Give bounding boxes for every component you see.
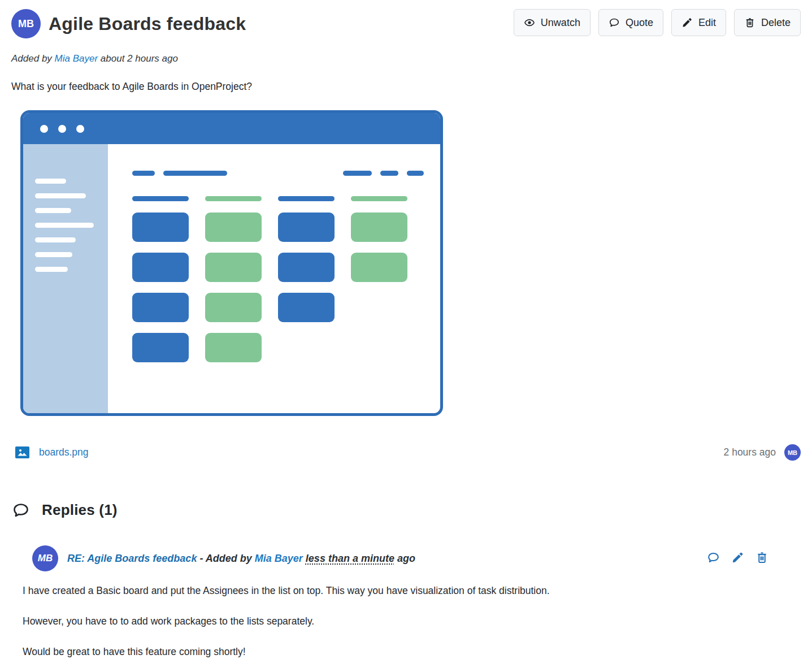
pencil-icon [681,17,693,28]
preview-card [278,213,335,242]
preview-main [108,144,440,413]
reply-title-link[interactable]: RE: Agile Boards feedback [67,553,197,564]
quote-button-label: Quote [626,17,653,29]
preview-card [132,253,189,282]
preview-board-column [278,196,335,373]
preview-card [351,253,407,282]
preview-titlebar-dot [76,125,84,133]
reply-meta-separator: - [199,553,203,564]
message-header: MB Agile Boards feedback Unwatch Quote [11,9,801,38]
image-attachment-icon [15,446,29,458]
page-title: Agile Boards feedback [49,14,246,34]
preview-sidebar-line [35,252,72,257]
preview-card [278,293,335,322]
message-toolbar: Unwatch Quote Edit Delete [514,9,801,36]
preview-sidebar-line [35,208,71,213]
reply-time-suffix: ago [397,553,415,564]
preview-board-column [351,196,407,373]
trash-icon [744,17,755,28]
reply-actions [707,551,768,566]
preview-card [132,293,189,322]
author-link[interactable]: Mia Bayer [55,53,98,64]
replies-section-heading: Replies (1) [12,501,801,519]
post-body-text: What is your feedback to Agile Boards in… [11,81,801,93]
reply-time: less than a minute [306,553,394,564]
preview-toolbar-dash [163,171,227,176]
preview-sidebar-line [35,193,86,198]
post-meta: Added by Mia Bayer about 2 hours ago [11,53,801,64]
preview-sidebar-line [35,267,68,272]
reply-author-link[interactable]: Mia Bayer [255,553,303,564]
delete-button-label: Delete [761,17,791,29]
preview-column-header [351,196,407,201]
reply-delete-button[interactable] [755,551,768,566]
preview-toolbar-dash [343,171,372,176]
preview-column-header [205,196,262,201]
unwatch-button[interactable]: Unwatch [514,9,590,36]
reply-added-by: Added by [206,553,252,564]
attachment-avatar: MB [784,444,801,461]
reply-header: MB RE: Agile Boards feedback - Added by … [32,545,801,571]
preview-card [132,333,189,362]
preview-toolbar-dash [132,171,155,176]
eye-icon [524,17,535,28]
avatar: MB [11,9,41,38]
reply-quote-button[interactable] [707,551,720,566]
speech-bubble-icon [609,17,620,28]
preview-card [205,213,262,242]
preview-toolbar-dash [380,171,398,176]
reply-paragraph: However, you have to to add work package… [23,615,801,627]
reply-avatar: MB [32,545,58,571]
reply-meta: RE: Agile Boards feedback - Added by Mia… [67,553,415,565]
preview-card [132,213,189,242]
replies-bubble-icon [12,502,29,519]
attachment-row: boards.png 2 hours ago MB [11,444,801,461]
reply-body: I have created a Basic board and put the… [23,585,801,658]
attachment-timestamp: 2 hours ago [724,446,776,458]
preview-toolbar-dash [407,171,424,176]
attached-image-preview[interactable] [20,110,443,416]
delete-button[interactable]: Delete [734,9,801,36]
reply-paragraph: Would be great to have this feature comi… [23,646,801,658]
replies-title: Replies (1) [42,501,118,519]
edit-button-label: Edit [698,17,716,29]
preview-card [278,253,335,282]
preview-column-header [132,196,189,201]
reply-edit-button[interactable] [731,551,744,566]
preview-board [132,196,424,373]
preview-board-column [205,196,262,373]
attachment-file-link[interactable]: boards.png [39,446,89,458]
preview-sidebar-line [35,237,76,242]
preview-card [205,293,262,322]
preview-sidebar-line [35,223,94,228]
meta-suffix: about 2 hours ago [101,53,178,64]
preview-titlebar-dot [58,125,66,133]
preview-sidebar [23,144,108,413]
preview-card [205,333,262,362]
preview-card [351,213,407,242]
reply-item: MB RE: Agile Boards feedback - Added by … [32,545,801,658]
forum-message-page: MB Agile Boards feedback Unwatch Quote [0,0,812,658]
preview-titlebar-dot [40,125,48,133]
preview-board-column [132,196,189,373]
preview-card [205,253,262,282]
meta-prefix: Added by [11,53,52,64]
preview-column-header [278,196,335,201]
preview-sidebar-line [35,179,66,184]
quote-button[interactable]: Quote [598,9,663,36]
unwatch-button-label: Unwatch [541,17,580,29]
preview-titlebar [23,113,440,144]
reply-paragraph: I have created a Basic board and put the… [23,585,801,597]
edit-button[interactable]: Edit [671,9,726,36]
